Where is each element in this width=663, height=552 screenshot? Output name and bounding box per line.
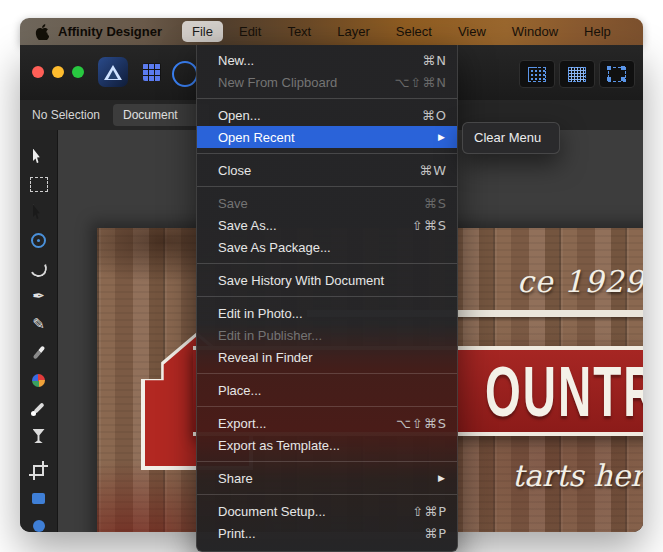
menu-item-open-recent[interactable]: Open Recent▶ bbox=[197, 126, 457, 148]
selection-mode-button-2[interactable] bbox=[559, 60, 595, 88]
menubar-item-view[interactable]: View bbox=[448, 21, 496, 42]
menubar-item-window[interactable]: Window bbox=[502, 21, 568, 42]
menu-item-shortcut: ⌘S bbox=[424, 196, 447, 211]
menu-item-edit-in-publisher: Edit in Publisher... bbox=[197, 324, 457, 346]
menu-item-new[interactable]: New...⌘N bbox=[197, 49, 457, 71]
menubar-item-edit[interactable]: Edit bbox=[229, 21, 271, 42]
menu-item-share[interactable]: Share▶ bbox=[197, 467, 457, 489]
menu-separator bbox=[197, 461, 457, 462]
minimize-button[interactable] bbox=[52, 66, 64, 78]
menubar-item-layer[interactable]: Layer bbox=[327, 21, 380, 42]
selection-status: No Selection bbox=[32, 100, 100, 130]
menu-item-reveal-in-finder[interactable]: Reveal in Finder bbox=[197, 346, 457, 368]
pencil-tool-icon[interactable] bbox=[24, 312, 54, 336]
menu-item-open[interactable]: Open...⌘O bbox=[197, 104, 457, 126]
corner-tool-icon[interactable] bbox=[24, 256, 54, 280]
menubar-item-help[interactable]: Help bbox=[574, 21, 621, 42]
document-tab-label: Document bbox=[123, 108, 178, 122]
menu-item-save-as[interactable]: Save As...⇧⌘S bbox=[197, 214, 457, 236]
menu-item-label: New From Clipboard bbox=[218, 75, 394, 90]
menu-separator bbox=[197, 296, 457, 297]
selection-mode-group bbox=[519, 60, 635, 88]
menu-item-place[interactable]: Place... bbox=[197, 379, 457, 401]
menu-item-label: Edit in Publisher... bbox=[218, 328, 447, 343]
menu-item-save: Save⌘S bbox=[197, 192, 457, 214]
submenu-arrow-icon: ▶ bbox=[438, 473, 445, 483]
menu-item-edit-in-photo[interactable]: Edit in Photo... bbox=[197, 302, 457, 324]
menu-separator bbox=[197, 186, 457, 187]
screenshot-stage: Affinity Designer FileEditTextLayerSelec… bbox=[0, 0, 663, 552]
file-menu-dropdown: New...⌘NNew From Clipboard⌥⇧⌘NOpen...⌘OO… bbox=[196, 45, 458, 552]
menu-item-label: Save As... bbox=[218, 218, 412, 233]
menu-item-label: Close bbox=[218, 163, 419, 178]
apple-menu[interactable] bbox=[35, 24, 49, 40]
menu-item-shortcut: ⌥⇧⌘S bbox=[396, 416, 447, 431]
menu-item-document-setup[interactable]: Document Setup...⇧⌘P bbox=[197, 500, 457, 522]
menu-item-label: Edit in Photo... bbox=[218, 306, 447, 321]
tools-panel bbox=[20, 130, 58, 532]
apple-logo-icon bbox=[35, 24, 49, 40]
menu-item-shortcut: ⇧⌘P bbox=[412, 504, 447, 519]
affinity-designer-app-icon[interactable] bbox=[98, 57, 128, 87]
menu-separator bbox=[197, 494, 457, 495]
submenu-item-clear-menu[interactable]: Clear Menu bbox=[463, 127, 559, 149]
menu-item-print[interactable]: Print...⌘P bbox=[197, 522, 457, 544]
menu-item-export-as-template[interactable]: Export as Template... bbox=[197, 434, 457, 456]
ellipse-tool-icon[interactable] bbox=[24, 514, 54, 532]
menu-titles: FileEditTextLayerSelectViewWindowHelp bbox=[182, 21, 621, 42]
year-text: ce 1929 bbox=[517, 264, 643, 299]
persona-circle-icon[interactable] bbox=[172, 61, 198, 87]
menu-item-label: New... bbox=[218, 53, 422, 68]
menubar-item-select[interactable]: Select bbox=[386, 21, 442, 42]
menubar-item-text[interactable]: Text bbox=[277, 21, 321, 42]
crop-tool-icon[interactable] bbox=[24, 458, 54, 482]
menu-item-save-as-package[interactable]: Save As Package... bbox=[197, 236, 457, 258]
pen-tool-icon[interactable] bbox=[24, 284, 54, 308]
selection-mode-button-3[interactable] bbox=[599, 60, 635, 88]
active-app-name[interactable]: Affinity Designer bbox=[58, 24, 162, 39]
colour-picker-tool-icon[interactable] bbox=[24, 396, 54, 420]
menu-separator bbox=[197, 406, 457, 407]
banner-text: OUNTRY bbox=[485, 349, 643, 433]
menu-item-label: Document Setup... bbox=[218, 504, 412, 519]
dashed-marquee-dense-icon bbox=[568, 67, 586, 82]
menubar-item-file[interactable]: File bbox=[182, 21, 223, 42]
menu-item-save-history-with-document[interactable]: Save History With Document bbox=[197, 269, 457, 291]
transparency-tool-icon[interactable] bbox=[24, 424, 54, 448]
menu-item-label: Print... bbox=[218, 526, 424, 541]
menu-item-close[interactable]: Close⌘W bbox=[197, 159, 457, 181]
persona-grid-icon[interactable] bbox=[143, 63, 161, 81]
menu-item-label: Place... bbox=[218, 383, 447, 398]
move-tool-icon[interactable] bbox=[24, 144, 54, 168]
vector-brush-tool-icon[interactable] bbox=[24, 340, 54, 364]
menu-item-label: Save bbox=[218, 196, 424, 211]
selection-mode-button-1[interactable] bbox=[519, 60, 555, 88]
menu-item-label: Share bbox=[218, 471, 438, 486]
fill-tool-icon[interactable] bbox=[24, 368, 54, 392]
menu-item-export[interactable]: Export...⌥⇧⌘S bbox=[197, 412, 457, 434]
corner-handles-icon bbox=[608, 67, 626, 82]
menu-item-shortcut: ⌘W bbox=[419, 163, 447, 178]
menu-item-shortcut: ⌘O bbox=[422, 108, 447, 123]
node-tool-icon[interactable] bbox=[24, 200, 54, 224]
macos-menu-bar: Affinity Designer FileEditTextLayerSelec… bbox=[20, 18, 643, 45]
menu-separator bbox=[197, 263, 457, 264]
menu-item-new-from-clipboard: New From Clipboard⌥⇧⌘N bbox=[197, 71, 457, 93]
menu-item-label: Export as Template... bbox=[218, 438, 447, 453]
menu-item-label: Export... bbox=[218, 416, 396, 431]
menu-item-shortcut: ⌥⇧⌘N bbox=[394, 75, 447, 90]
menu-item-label: Save As Package... bbox=[218, 240, 447, 255]
document-tab[interactable]: Document bbox=[113, 104, 209, 126]
open-recent-submenu: Clear Menu bbox=[462, 122, 560, 154]
artboard-tool-icon[interactable] bbox=[24, 172, 54, 196]
menu-separator bbox=[197, 373, 457, 374]
zoom-button[interactable] bbox=[72, 66, 84, 78]
menu-item-label: Open Recent bbox=[218, 130, 438, 145]
menu-item-label: Open... bbox=[218, 108, 422, 123]
dashed-marquee-icon bbox=[528, 67, 546, 82]
menu-separator bbox=[197, 98, 457, 99]
rectangle-tool-icon[interactable] bbox=[24, 486, 54, 510]
menu-item-shortcut: ⇧⌘S bbox=[412, 218, 447, 233]
point-transform-tool-icon[interactable] bbox=[24, 228, 54, 252]
close-button[interactable] bbox=[32, 66, 44, 78]
